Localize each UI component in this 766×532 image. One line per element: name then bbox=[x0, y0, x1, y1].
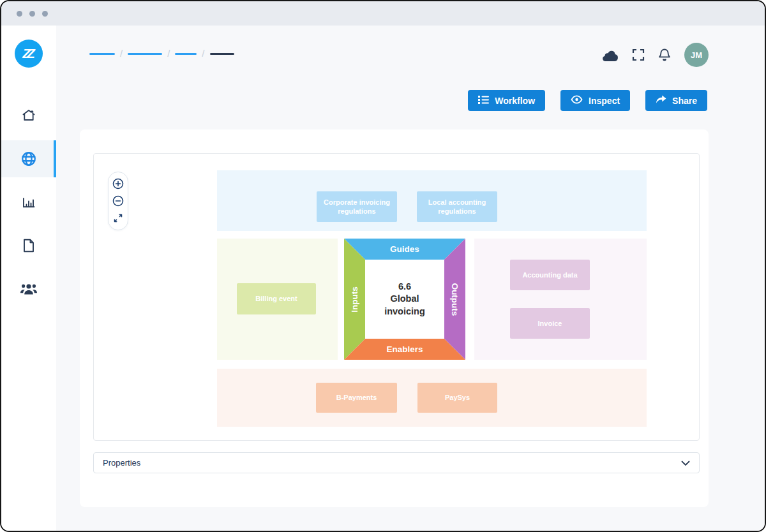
workflow-button-label: Workflow bbox=[495, 96, 535, 106]
breadcrumb: / / / bbox=[89, 49, 234, 59]
outputs-region bbox=[474, 239, 647, 360]
node-label: Local accounting regulations bbox=[422, 198, 492, 216]
eye-icon bbox=[571, 95, 583, 106]
node-label: Accounting data bbox=[522, 270, 577, 279]
document-icon bbox=[22, 238, 36, 253]
window-dot[interactable] bbox=[42, 11, 48, 17]
users-icon bbox=[20, 282, 38, 296]
sidebar-item-documents[interactable] bbox=[1, 227, 56, 264]
node-label: Billing event bbox=[255, 294, 297, 303]
diagram-node-billing-event[interactable]: Billing event bbox=[237, 283, 316, 314]
app-logo[interactable]: ZZ bbox=[15, 40, 43, 68]
node-label: B-Payments bbox=[336, 393, 377, 402]
share-icon bbox=[656, 95, 666, 107]
diagram-node-paysys[interactable]: PaySys bbox=[417, 383, 497, 413]
window-dot[interactable] bbox=[29, 11, 35, 17]
window-titlebar bbox=[1, 1, 765, 26]
sidebar-item-home[interactable] bbox=[1, 97, 56, 134]
toolbar: Workflow Inspect Share bbox=[468, 90, 707, 111]
bell-icon[interactable] bbox=[658, 48, 671, 62]
breadcrumb-separator: / bbox=[167, 48, 170, 58]
sidebar: ZZ bbox=[1, 26, 56, 531]
app-window: ZZ bbox=[0, 0, 766, 532]
window-dot[interactable] bbox=[17, 11, 22, 17]
zoom-in-button[interactable] bbox=[112, 178, 124, 189]
breadcrumb-segment[interactable] bbox=[128, 53, 162, 55]
inspect-button[interactable]: Inspect bbox=[560, 90, 630, 111]
content-panel: Corporate invoicing regulations Local ac… bbox=[80, 129, 709, 507]
enablers-band-label: Enablers bbox=[344, 339, 465, 360]
fit-to-screen-icon[interactable] bbox=[112, 212, 124, 224]
list-icon bbox=[478, 95, 489, 107]
zoom-out-button[interactable] bbox=[112, 195, 124, 207]
breadcrumb-separator: / bbox=[202, 48, 204, 58]
node-label: Invoice bbox=[538, 319, 562, 328]
avatar[interactable]: JM bbox=[684, 43, 709, 67]
sidebar-item-processes[interactable] bbox=[1, 140, 56, 177]
header-icon-row: JM bbox=[601, 43, 709, 67]
avatar-initials: JM bbox=[691, 50, 702, 60]
home-icon bbox=[21, 108, 36, 123]
sidebar-item-analytics[interactable] bbox=[1, 184, 56, 221]
diagram-node-b-payments[interactable]: B-Payments bbox=[316, 383, 397, 413]
main-area: / / / bbox=[56, 26, 765, 531]
breadcrumb-segment-current bbox=[210, 53, 234, 55]
process-title: 6.6 Global invoicing bbox=[365, 260, 444, 339]
diagram-node-accounting-data[interactable]: Accounting data bbox=[510, 260, 590, 290]
properties-label: Properties bbox=[103, 458, 140, 468]
cloud-icon[interactable] bbox=[601, 49, 619, 61]
sidebar-item-users[interactable] bbox=[1, 270, 56, 307]
diagram-node-local-accounting-regulations[interactable]: Local accounting regulations bbox=[417, 191, 497, 222]
diagram-canvas[interactable]: Corporate invoicing regulations Local ac… bbox=[93, 153, 700, 441]
chevron-down-icon[interactable] bbox=[681, 457, 690, 469]
process-frame-shape[interactable]: Guides Inputs Outputs Enablers 6.6 Globa… bbox=[344, 239, 465, 360]
bar-chart-icon bbox=[21, 195, 36, 210]
app-logo-text: ZZ bbox=[22, 46, 35, 61]
diagram-node-invoice[interactable]: Invoice bbox=[510, 308, 590, 339]
share-button-label: Share bbox=[672, 96, 697, 106]
breadcrumb-separator: / bbox=[120, 48, 123, 58]
inspect-button-label: Inspect bbox=[589, 96, 620, 106]
zoom-controls bbox=[108, 172, 128, 230]
sidebar-nav bbox=[1, 97, 56, 314]
node-label: Corporate invoicing regulations bbox=[322, 198, 392, 216]
fullscreen-icon[interactable] bbox=[632, 48, 645, 61]
node-label: PaySys bbox=[445, 393, 470, 402]
share-button[interactable]: Share bbox=[645, 90, 707, 111]
properties-bar[interactable]: Properties bbox=[93, 452, 700, 473]
breadcrumb-segment[interactable] bbox=[89, 53, 115, 55]
breadcrumb-segment[interactable] bbox=[175, 53, 197, 55]
globe-icon bbox=[20, 151, 37, 167]
workflow-button[interactable]: Workflow bbox=[468, 90, 545, 111]
diagram-node-corporate-invoicing-regulations[interactable]: Corporate invoicing regulations bbox=[317, 191, 397, 222]
